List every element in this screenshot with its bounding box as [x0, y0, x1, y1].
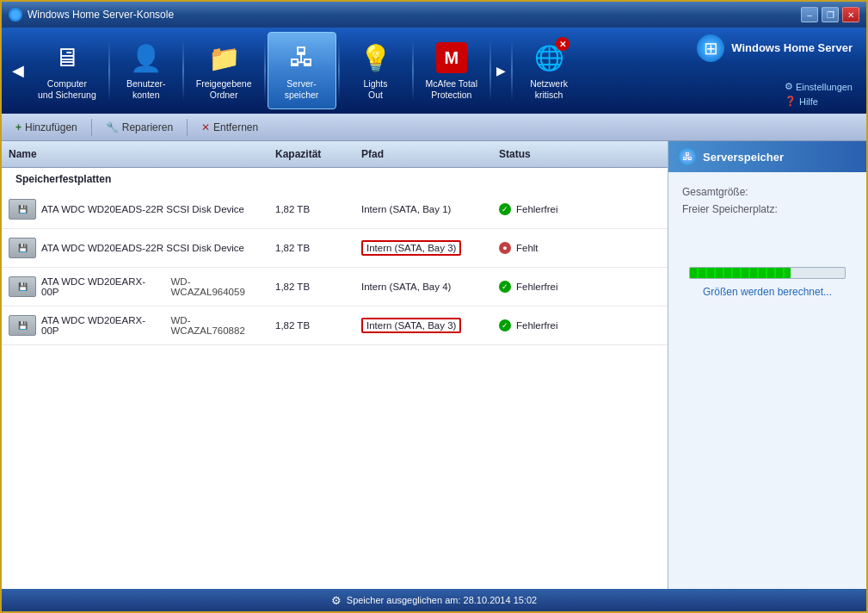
nav-bar: ◀ Computerund Sicherung Benutzer-konten …	[2, 28, 866, 114]
table-body: Speicherfestplatten 💾 ATA WDC WD20EADS-2…	[2, 168, 668, 589]
table-header: Name Kapazität Pfad Status	[2, 141, 668, 168]
server-nav-icon	[285, 40, 319, 75]
disk-icon-1: 💾	[9, 238, 36, 258]
nav-left-arrow[interactable]: ◀	[9, 58, 28, 84]
path-highlighted-3: Intern (SATA, Bay 3)	[361, 318, 461, 333]
nav-item-serverspeicher[interactable]: Server-speicher	[268, 32, 336, 109]
nav-sep-1	[108, 40, 110, 101]
cell-status-0: ✓ Fehlerfrei	[492, 200, 630, 219]
cell-capacity-0: 1,82 TB	[268, 201, 354, 218]
col-header-status: Status	[492, 145, 630, 164]
nav-item-shared[interactable]: FreigegebeneOrdner	[186, 32, 262, 109]
nav-items: Computerund Sicherung Benutzer-konten Fr…	[28, 28, 683, 114]
cell-path-2: Intern (SATA, Bay 4)	[354, 278, 492, 295]
toolbar-sep-2	[187, 119, 188, 136]
nav-item-mcafee[interactable]: M McAfee TotalProtection	[416, 32, 489, 109]
table-row[interactable]: 💾 ATA WDC WD20EADS-22R SCSI Disk Device …	[2, 229, 668, 268]
nav-item-computer[interactable]: Computerund Sicherung	[28, 32, 107, 109]
calculating-text: Größen werden berechnet...	[682, 286, 853, 298]
nav-sep-5	[412, 40, 414, 101]
nav-label-computer: Computerund Sicherung	[38, 78, 96, 100]
whs-brand-text: Windows Home Server	[731, 41, 853, 55]
nav-label-lightsout: LightsOut	[364, 78, 388, 100]
cell-path-3: Intern (SATA, Bay 3)	[354, 314, 492, 337]
disk-icon-3: 💾	[9, 315, 36, 336]
users-icon	[129, 40, 163, 75]
warning-overlay: ✕	[556, 37, 569, 51]
remove-button[interactable]: ✕ Entfernen	[194, 119, 265, 136]
nav-sep-3	[264, 40, 266, 101]
whs-brand-area: Windows Home Server ⚙ Einstellungen ❓ Hi…	[683, 28, 859, 114]
nav-sep-4	[338, 40, 340, 101]
cell-name-3: 💾 ATA WDC WD20EARX-00P WD-WCAZAL760882	[2, 312, 268, 339]
nav-label-netzwerk: Netzwerkkritisch	[530, 78, 568, 100]
cell-status-2: ✓ Fehlerfrei	[492, 277, 630, 296]
restore-button[interactable]: ❐	[822, 7, 839, 22]
main-content: Name Kapazität Pfad Status Speicherfestp…	[2, 141, 866, 589]
window-controls: – ❐ ✕	[801, 7, 859, 22]
sidebar-title: Serverspeicher	[703, 151, 784, 164]
disk-icon-0: 💾	[9, 199, 36, 220]
settings-icon: ⚙	[785, 81, 793, 92]
status-bar: Speicher ausgeglichen am: 28.10.2014 15:…	[2, 589, 866, 611]
svg-point-0	[11, 10, 20, 19]
computer-icon	[50, 40, 84, 75]
disk-icon-2: 💾	[9, 276, 36, 297]
total-size-label: Gesamtgröße:	[682, 186, 748, 198]
right-panel-header: 🖧 Serverspeicher	[668, 141, 866, 172]
cell-status-3: ✓ Fehlerfrei	[492, 316, 630, 335]
cell-status-1: ● Fehlt	[492, 238, 630, 257]
status-ok-icon-0: ✓	[499, 203, 511, 215]
info-row-total: Gesamtgröße:	[682, 186, 853, 198]
toolbar: + Hinzufügen 🔧 Reparieren ✕ Entfernen	[2, 114, 866, 141]
close-button[interactable]: ✕	[842, 7, 859, 22]
section-header-disks: Speicherfestplatten	[2, 168, 668, 190]
nav-item-users[interactable]: Benutzer-konten	[112, 32, 181, 109]
right-panel: 🖧 Serverspeicher Gesamtgröße: Freier Spe…	[668, 141, 866, 589]
whs-brand: Windows Home Server	[697, 34, 853, 62]
title-bar-left: Windows Home Server-Konsole	[9, 8, 174, 22]
mcafee-icon: M	[434, 40, 469, 75]
table-row[interactable]: 💾 ATA WDC WD20EARX-00P WD-WCAZAL964059 1…	[2, 268, 668, 306]
nav-sep-6	[489, 40, 491, 101]
col-header-name: Name	[2, 145, 268, 164]
status-ok-icon-3: ✓	[499, 319, 511, 331]
add-icon: +	[15, 121, 22, 133]
table-row[interactable]: 💾 ATA WDC WD20EADS-22R SCSI Disk Device …	[2, 190, 668, 229]
help-link[interactable]: ❓ Hilfe	[785, 96, 853, 107]
add-button[interactable]: + Hinzufügen	[9, 119, 84, 136]
toolbar-sep-1	[91, 119, 92, 136]
nav-item-netzwerk[interactable]: ✕ Netzwerkkritisch	[514, 32, 583, 109]
nav-item-lightsout[interactable]: LightsOut	[342, 32, 410, 109]
nav-label-users: Benutzer-konten	[126, 78, 166, 100]
status-icon	[331, 594, 342, 607]
cell-capacity-3: 1,82 TB	[268, 317, 354, 334]
cell-name-1: 💾 ATA WDC WD20EADS-22R SCSI Disk Device	[2, 234, 268, 262]
main-window: Windows Home Server-Konsole – ❐ ✕ ◀ Comp…	[0, 0, 868, 613]
nav-label-mcafee: McAfee TotalProtection	[426, 78, 478, 100]
whs-links: ⚙ Einstellungen ❓ Hilfe	[785, 81, 853, 107]
table-row[interactable]: 💾 ATA WDC WD20EARX-00P WD-WCAZAL760882 1…	[2, 306, 668, 345]
window-icon	[9, 8, 22, 22]
settings-link[interactable]: ⚙ Einstellungen	[785, 81, 853, 92]
cell-capacity-2: 1,82 TB	[268, 278, 354, 295]
storage-progress-bar	[689, 267, 846, 279]
repair-icon: 🔧	[106, 121, 119, 133]
help-icon: ❓	[785, 96, 797, 107]
status-ok-icon-2: ✓	[499, 281, 511, 293]
path-highlighted-1: Intern (SATA, Bay 3)	[361, 240, 461, 256]
sidebar-header-icon: 🖧	[679, 148, 696, 165]
status-text: Speicher ausgeglichen am: 28.10.2014 15:…	[347, 595, 537, 605]
window-title: Windows Home Server-Konsole	[28, 9, 174, 21]
nav-label-serverspeicher: Server-speicher	[285, 78, 319, 100]
right-panel-body: Gesamtgröße: Freier Speicherplatz: Größe…	[668, 172, 866, 589]
status-err-icon-1: ●	[499, 242, 511, 254]
minimize-button[interactable]: –	[801, 7, 818, 22]
lightbulb-icon	[359, 40, 393, 75]
cell-capacity-1: 1,82 TB	[268, 239, 354, 257]
progress-bar-fill	[690, 268, 791, 278]
cell-path-1: Intern (SATA, Bay 3)	[354, 237, 492, 259]
nav-more-arrow[interactable]: ▶	[493, 60, 509, 81]
repair-button[interactable]: 🔧 Reparieren	[99, 119, 180, 136]
folder-icon	[206, 40, 241, 75]
